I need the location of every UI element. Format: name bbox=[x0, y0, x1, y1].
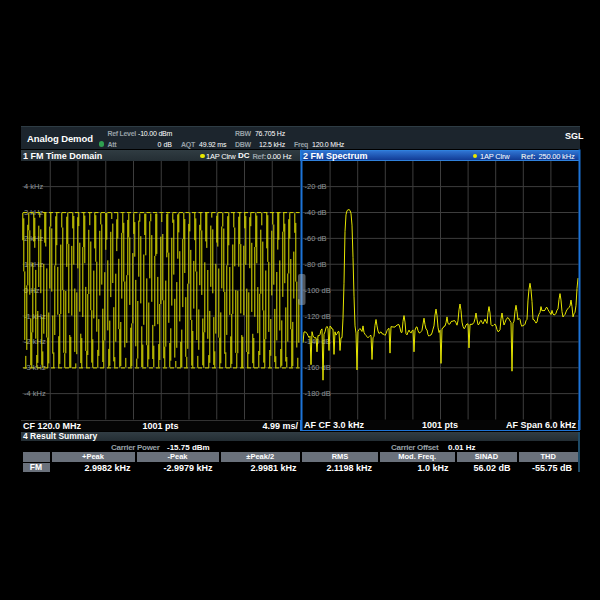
svg-text:-60 dB: -60 dB bbox=[305, 234, 327, 243]
svg-text:-40 dB: -40 dB bbox=[305, 208, 327, 217]
svg-text:-4 kHz: -4 kHz bbox=[24, 389, 46, 398]
svg-text:-100 dB: -100 dB bbox=[305, 286, 331, 295]
svg-text:-80 dB: -80 dB bbox=[305, 260, 327, 269]
svg-text:-180 dB: -180 dB bbox=[305, 389, 331, 398]
svg-text:4 kHz: 4 kHz bbox=[24, 182, 43, 191]
svg-text:-160 dB: -160 dB bbox=[305, 363, 331, 372]
svg-text:-20 dB: -20 dB bbox=[305, 182, 327, 191]
svg-text:-120 dB: -120 dB bbox=[305, 312, 331, 321]
